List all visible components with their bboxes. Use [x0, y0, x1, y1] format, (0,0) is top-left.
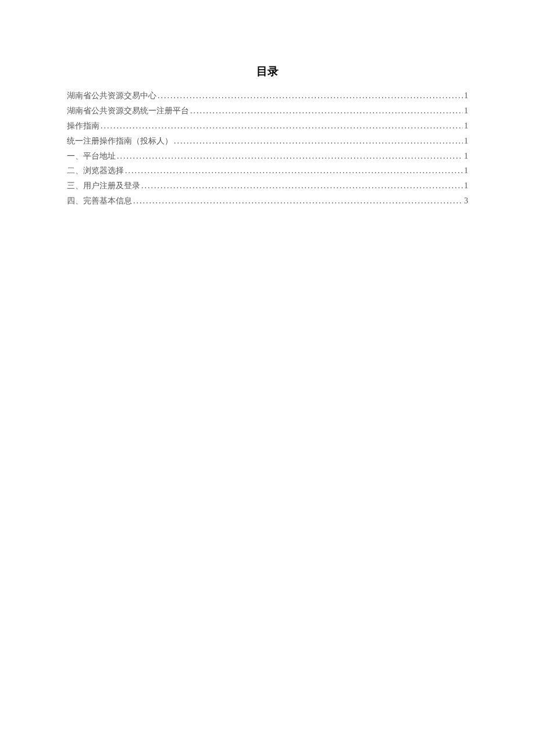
- toc-entry-page: 1: [464, 178, 468, 194]
- toc-entry-page: 1: [464, 149, 468, 164]
- toc-entry[interactable]: 三、用户注册及登录 1: [67, 178, 468, 194]
- toc-entry-text: 操作指南: [67, 119, 99, 134]
- toc-entry-page: 1: [464, 103, 468, 119]
- toc-entry[interactable]: 四、完善基本信息 3: [67, 194, 468, 209]
- toc-entry-text: 一、平台地址: [67, 149, 116, 164]
- toc-title: 目录: [67, 64, 468, 79]
- toc-entry-text: 统一注册操作指南（投标人）: [67, 134, 173, 149]
- toc-entry[interactable]: 操作指南 1: [67, 119, 468, 134]
- toc-entry-text: 四、完善基本信息: [67, 194, 132, 209]
- toc-entry[interactable]: 统一注册操作指南（投标人） 1: [67, 134, 468, 149]
- toc-dots: [174, 134, 463, 149]
- toc-dots: [117, 149, 463, 164]
- toc-entry-text: 三、用户注册及登录: [67, 178, 140, 194]
- toc-dots: [133, 194, 463, 209]
- toc-entry-page: 1: [464, 119, 468, 134]
- toc-entry[interactable]: 一、平台地址 1: [67, 149, 468, 164]
- toc-entry-page: 1: [464, 163, 468, 178]
- toc-dots: [125, 163, 463, 178]
- toc-entry-page: 1: [464, 88, 468, 103]
- toc-entry[interactable]: 二、浏览器选择 1: [67, 163, 468, 178]
- toc-entry-page: 3: [464, 194, 468, 209]
- toc-entry[interactable]: 湖南省公共资源交易统一注册平台 1: [67, 103, 468, 119]
- toc-entry-page: 1: [464, 134, 468, 149]
- toc-list: 湖南省公共资源交易中心 1 湖南省公共资源交易统一注册平台 1 操作指南 1 统…: [67, 88, 468, 209]
- toc-dots: [141, 178, 463, 194]
- toc-entry[interactable]: 湖南省公共资源交易中心 1: [67, 88, 468, 103]
- toc-dots: [158, 88, 463, 103]
- toc-entry-text: 湖南省公共资源交易统一注册平台: [67, 103, 189, 119]
- toc-entry-text: 湖南省公共资源交易中心: [67, 88, 156, 103]
- toc-dots: [190, 103, 463, 119]
- toc-dots: [101, 119, 463, 134]
- toc-entry-text: 二、浏览器选择: [67, 163, 124, 178]
